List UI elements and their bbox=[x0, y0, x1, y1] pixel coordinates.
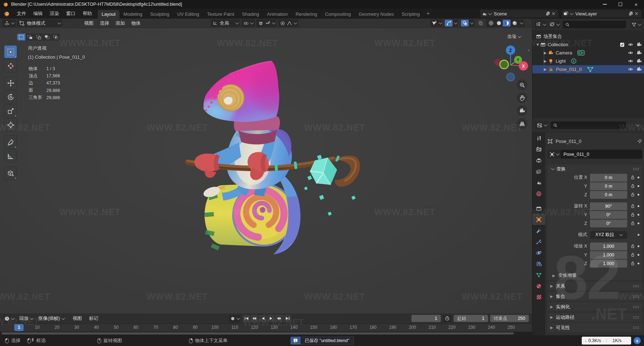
animate-dot[interactable] bbox=[638, 234, 639, 236]
lock-icon[interactable] bbox=[630, 175, 635, 180]
auto-keying-button[interactable] bbox=[229, 315, 240, 322]
next-keyframe-button[interactable] bbox=[275, 315, 283, 322]
object-id-dropdown[interactable] bbox=[547, 150, 561, 159]
animate-dot[interactable] bbox=[638, 185, 639, 187]
lock-icon[interactable] bbox=[630, 244, 635, 249]
snap-group[interactable] bbox=[256, 19, 277, 27]
menu-timeline-marker[interactable]: 标记 bbox=[86, 315, 102, 322]
scene-selector[interactable]: Scene bbox=[480, 10, 558, 18]
tool-rotate[interactable] bbox=[4, 90, 17, 104]
minimize-button[interactable] bbox=[597, 0, 613, 9]
tab-material[interactable] bbox=[532, 280, 545, 292]
render-visibility-icon[interactable] bbox=[636, 50, 642, 56]
add-button[interactable]: + bbox=[634, 337, 641, 344]
mode-dropdown[interactable]: 物体模式 bbox=[17, 19, 62, 27]
select-mode-invert[interactable] bbox=[43, 34, 51, 40]
menu-viewport-select[interactable]: 选择 bbox=[97, 20, 112, 27]
section-panel[interactable]: ▶集合 bbox=[547, 292, 642, 301]
workspace-tab-uv-editing[interactable]: UV Editing bbox=[173, 10, 203, 19]
keying-dropdown[interactable]: 抠像(插帧) bbox=[36, 315, 66, 322]
menu-file[interactable]: 文件 bbox=[13, 9, 30, 19]
tab-scene[interactable] bbox=[532, 177, 545, 188]
location-z-field[interactable]: 0 m bbox=[590, 191, 627, 199]
shading-wireframe-button[interactable] bbox=[487, 20, 495, 27]
transform-orientation-dropdown[interactable]: 全局 bbox=[211, 19, 240, 27]
frame-start-field[interactable]: 起始1 bbox=[454, 315, 488, 322]
workspace-tab-shading[interactable]: Shading bbox=[238, 10, 263, 19]
playback-dropdown[interactable]: 回放 bbox=[17, 315, 35, 322]
play-reverse-button[interactable] bbox=[259, 315, 267, 322]
lock-icon[interactable] bbox=[630, 184, 635, 188]
gizmos-dropdown[interactable] bbox=[453, 20, 458, 27]
animate-dot[interactable] bbox=[638, 222, 639, 224]
tool-move[interactable] bbox=[4, 76, 17, 90]
camera-view-button[interactable] bbox=[517, 105, 527, 116]
animate-dot[interactable] bbox=[638, 254, 639, 256]
lock-icon[interactable] bbox=[630, 221, 635, 226]
close-icon[interactable] bbox=[634, 11, 639, 16]
scale-y-field[interactable]: 1.000 bbox=[590, 251, 627, 259]
proportional-editing-group[interactable] bbox=[278, 19, 298, 27]
workspace-tab-texture-paint[interactable]: Texture Paint bbox=[203, 10, 238, 19]
options-dropdown[interactable]: 选项 bbox=[507, 34, 520, 40]
new-viewlayer-icon[interactable] bbox=[628, 11, 633, 16]
shading-solid-button[interactable] bbox=[495, 20, 503, 27]
transform-panel-header[interactable]: 变换 bbox=[547, 164, 642, 173]
editor-type-button[interactable] bbox=[2, 19, 16, 27]
animate-dot[interactable] bbox=[638, 177, 639, 178]
expand-icon[interactable]: ▶ bbox=[544, 59, 548, 63]
viewlayer-selector[interactable]: ViewLayer bbox=[562, 10, 641, 18]
shading-dropdown[interactable] bbox=[518, 20, 523, 27]
animate-dot[interactable] bbox=[638, 245, 639, 247]
properties-search[interactable] bbox=[551, 121, 626, 129]
tab-render[interactable] bbox=[532, 144, 545, 155]
timeline-ruler[interactable]: 1020304050607080901001101201301401501601… bbox=[0, 324, 532, 332]
current-frame-field[interactable]: 1 bbox=[411, 315, 441, 322]
workspace-tab-modeling[interactable]: Modeling bbox=[119, 10, 146, 19]
animate-dot[interactable] bbox=[638, 263, 639, 264]
expand-icon[interactable]: ▼ bbox=[536, 43, 540, 47]
tool-transform[interactable] bbox=[4, 118, 17, 131]
animate-dot[interactable] bbox=[638, 214, 639, 216]
render-visibility-icon[interactable] bbox=[636, 42, 642, 47]
tool-select-box[interactable] bbox=[4, 45, 17, 58]
viewport-3d[interactable]: 选项 bbox=[0, 28, 532, 313]
outliner-filter-button[interactable] bbox=[630, 21, 642, 28]
transform-delta-section[interactable]: ▶变换增量 bbox=[547, 271, 642, 280]
hide-icon[interactable] bbox=[628, 67, 633, 72]
lock-icon[interactable] bbox=[630, 204, 635, 208]
show-gizmo-dropdown[interactable] bbox=[430, 19, 442, 27]
object-name-field[interactable]: Pose_011_0 bbox=[561, 150, 642, 159]
outliner-display-mode[interactable] bbox=[535, 21, 547, 28]
lock-icon[interactable] bbox=[630, 192, 635, 197]
rotation-z-field[interactable]: 0° bbox=[590, 220, 627, 227]
close-button[interactable]: × bbox=[628, 0, 644, 9]
tab-constraints[interactable] bbox=[532, 258, 545, 269]
maximize-button[interactable] bbox=[613, 0, 628, 9]
animate-dot[interactable] bbox=[638, 194, 639, 196]
tool-scale[interactable] bbox=[4, 104, 17, 117]
scale-x-field[interactable]: 1.000 bbox=[590, 242, 627, 250]
section-panel[interactable]: ▶可见性 bbox=[547, 323, 642, 332]
section-panel[interactable]: ▶关系 bbox=[547, 282, 642, 290]
expand-icon[interactable]: ▶ bbox=[544, 67, 548, 71]
scale-z-field[interactable]: 1.000 bbox=[590, 260, 627, 268]
panel-collapse-arrow[interactable]: ‹ bbox=[528, 47, 530, 53]
tab-physics[interactable] bbox=[532, 247, 545, 258]
workspace-tab-layout[interactable]: Layout bbox=[98, 10, 119, 19]
outliner-search[interactable] bbox=[563, 21, 626, 28]
select-mode-new[interactable] bbox=[17, 34, 25, 40]
frame-end-field[interactable]: 结束点250 bbox=[490, 315, 529, 322]
section-panel[interactable]: ▶运动路径 bbox=[547, 313, 642, 322]
properties-editor-button[interactable] bbox=[535, 121, 548, 129]
tab-world[interactable] bbox=[532, 188, 545, 199]
pivot-point-dropdown[interactable] bbox=[241, 19, 255, 27]
overlays-toggle[interactable] bbox=[461, 20, 469, 27]
menu-viewport-object[interactable]: 物体 bbox=[128, 20, 144, 27]
section-panel[interactable]: ▶实例化 bbox=[547, 302, 642, 311]
add-workspace-button[interactable]: + bbox=[424, 9, 433, 18]
xray-toggle[interactable] bbox=[477, 20, 484, 27]
new-scene-icon[interactable] bbox=[545, 11, 550, 16]
blender-menu-button[interactable] bbox=[0, 9, 13, 19]
timeline-editor-button[interactable] bbox=[2, 315, 16, 322]
